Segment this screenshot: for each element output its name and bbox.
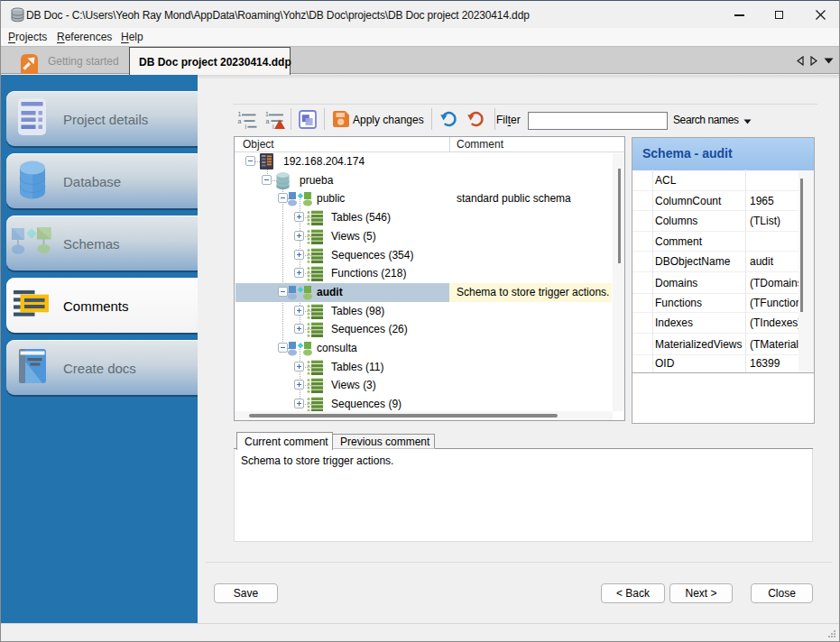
svg-text:i: i [245, 124, 247, 130]
svg-text:1: 1 [238, 111, 242, 117]
svg-text:a: a [266, 118, 270, 124]
svg-text:i: i [272, 124, 274, 130]
svg-text:1: 1 [265, 111, 269, 117]
svg-text:a: a [238, 118, 242, 124]
